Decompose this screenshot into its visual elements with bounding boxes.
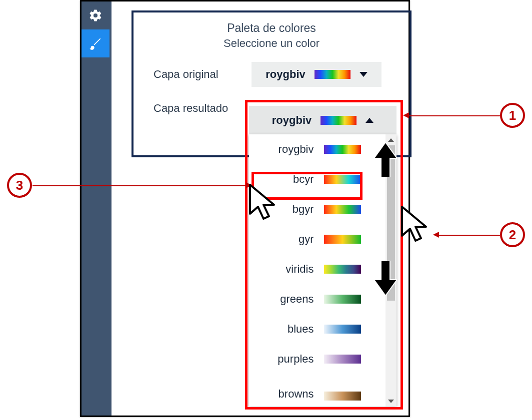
original-selected-swatch — [314, 70, 350, 79]
swatch-bcyr — [324, 175, 361, 184]
callout-line-3 — [32, 185, 248, 186]
palette-option-roygbiv[interactable]: roygbiv — [249, 134, 386, 164]
palette-option-purples[interactable]: purples — [249, 344, 386, 374]
swatch-browns — [324, 392, 361, 401]
swatch-blues — [324, 325, 361, 334]
annotation-arrow-down — [374, 261, 397, 296]
palette-tab[interactable] — [82, 29, 110, 57]
swatch-viridis — [324, 265, 361, 274]
original-layer-label: Capa original — [146, 68, 252, 81]
cursor-icon — [399, 205, 434, 246]
palette-option-viridis[interactable]: viridis — [249, 254, 386, 284]
callout-badge-3: 3 — [7, 173, 32, 198]
callout-line-1 — [405, 115, 500, 116]
triangle-down-icon — [388, 400, 394, 403]
swatch-gyr — [324, 235, 361, 244]
brush-icon — [88, 36, 102, 50]
palette-title: Paleta de colores — [146, 21, 396, 35]
cursor-icon — [247, 183, 282, 224]
palette-option-greens[interactable]: greens — [249, 284, 386, 314]
swatch-bgyr — [324, 205, 361, 214]
result-palette-dropdown[interactable]: roygbiv — [249, 106, 396, 134]
palette-option-blues[interactable]: blues — [249, 314, 386, 344]
scroll-down-button[interactable] — [386, 396, 396, 407]
original-layer-row: Capa original roygbiv — [146, 62, 396, 87]
annotation-arrow-up — [374, 142, 397, 177]
palette-options: roygbiv bcyr bgyr gyr viridis greens blu… — [249, 134, 386, 407]
swatch-greens — [324, 295, 361, 304]
chevron-up-icon — [366, 118, 374, 123]
palette-subtitle: Seleccione un color — [146, 37, 396, 50]
result-selected-swatch — [320, 116, 356, 125]
original-palette-dropdown[interactable]: roygbiv — [252, 62, 382, 87]
callout-line-2 — [435, 235, 500, 236]
triangle-up-icon — [388, 138, 394, 142]
result-layer-label: Capa resultado — [146, 102, 252, 115]
gear-icon — [88, 8, 102, 22]
callout-badge-1: 1 — [500, 103, 525, 128]
swatch-purples — [324, 355, 361, 364]
result-selected-label: roygbiv — [272, 114, 312, 127]
settings-tab[interactable] — [82, 1, 110, 29]
swatch-roygbiv — [324, 145, 361, 154]
palette-option-gyr[interactable]: gyr — [249, 224, 386, 254]
original-selected-label: roygbiv — [266, 68, 305, 81]
callout-arrowhead-1 — [403, 112, 409, 118]
palette-option-browns[interactable]: browns — [249, 374, 386, 402]
callout-badge-2: 2 — [500, 222, 525, 247]
sidebar — [82, 1, 112, 416]
chevron-down-icon — [360, 72, 368, 77]
